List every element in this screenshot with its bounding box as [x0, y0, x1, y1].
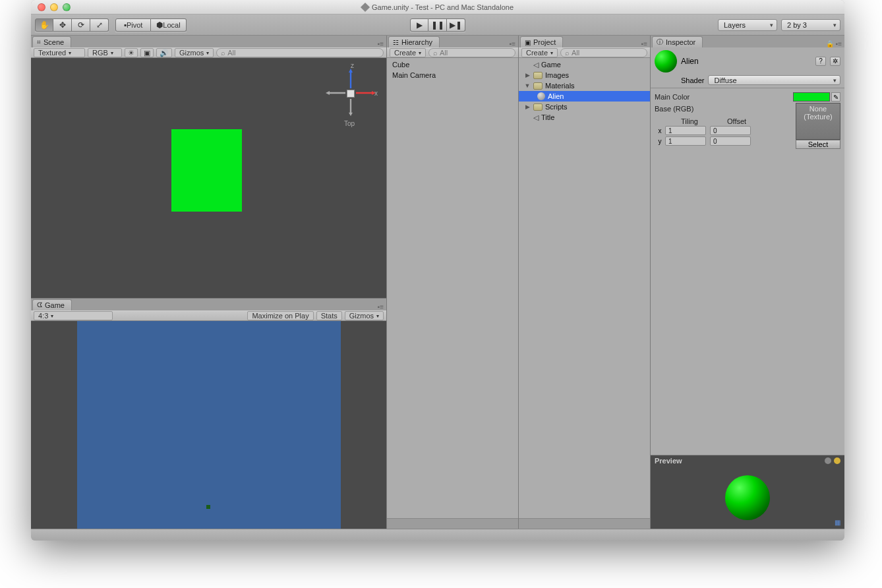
orientation-gizmo[interactable]: z x Top — [324, 63, 377, 129]
material-preview-icon — [655, 50, 677, 73]
scene-shading-dropdown[interactable]: Textured — [34, 48, 85, 57]
play-button[interactable]: ▶ — [410, 18, 428, 32]
scene-panel-menu[interactable]: ▪≡ — [378, 40, 386, 47]
shader-dropdown[interactable]: Diffuse — [708, 75, 840, 85]
rotate-tool-button[interactable]: ⟳ — [72, 18, 90, 32]
project-create-dropdown[interactable]: Create — [521, 48, 558, 57]
gizmo-neg-x-axis[interactable] — [326, 91, 345, 95]
preview-light-toggle[interactable] — [825, 457, 831, 464]
hand-tool-button[interactable]: ✋ — [35, 18, 53, 32]
game-viewport[interactable] — [31, 321, 386, 529]
scene-render-dropdown[interactable]: RGB — [88, 48, 122, 57]
hierarchy-panel: ☷Hierarchy ▪≡ Create All Cube Main Camer… — [387, 36, 519, 529]
project-scrollbar[interactable] — [519, 518, 650, 529]
scene-file-icon — [533, 113, 539, 122]
gizmo-z-axis[interactable] — [349, 69, 353, 88]
project-item-scripts[interactable]: ▶Scripts — [519, 102, 650, 112]
local-toggle-button[interactable]: ⬢ Local — [151, 18, 187, 32]
gizmo-neg-y-axis[interactable] — [349, 99, 353, 116]
hierarchy-search-input[interactable]: All — [428, 48, 515, 57]
scene-viewport[interactable]: z x Top — [31, 58, 386, 298]
scene-panel: ⌗Scene ▪≡ Textured RGB ☀ ▣ 🔊 Gizmos All … — [31, 36, 386, 298]
shader-label: Shader — [681, 76, 704, 84]
project-item-images[interactable]: ▶Images — [519, 70, 650, 80]
hierarchy-item-main-camera[interactable]: Main Camera — [387, 70, 518, 80]
layout-dropdown[interactable]: 2 by 3 — [781, 19, 840, 31]
eyedropper-button[interactable]: ✎ — [831, 92, 840, 102]
preview-label: Preview — [655, 457, 682, 465]
material-name-label: Alien — [681, 57, 811, 66]
pause-button[interactable]: ❚❚ — [428, 18, 447, 32]
hierarchy-create-dropdown[interactable]: Create — [390, 48, 426, 57]
project-panel-menu[interactable]: ▪≡ — [641, 40, 650, 47]
hierarchy-tab[interactable]: ☷Hierarchy — [388, 36, 440, 47]
preview-viewport[interactable]: ▦ — [651, 466, 844, 529]
scene-tab[interactable]: ⌗Scene — [32, 36, 71, 47]
stats-toggle[interactable]: Stats — [316, 311, 342, 320]
project-panel: ▣Project ▪≡ Create All Game ▶Images ▼Mat… — [519, 36, 651, 529]
project-tab[interactable]: ▣Project — [520, 36, 563, 47]
tiling-y-input[interactable] — [665, 136, 706, 146]
material-icon — [537, 92, 545, 100]
move-tool-button[interactable]: ✥ — [53, 18, 72, 32]
project-item-alien[interactable]: Alien — [519, 91, 650, 102]
layers-dropdown[interactable]: Layers — [718, 19, 777, 31]
project-icon: ▣ — [525, 39, 531, 46]
close-window-button[interactable] — [38, 3, 45, 11]
axis-x-label: x — [655, 127, 665, 134]
main-color-swatch[interactable] — [793, 92, 830, 102]
scale-tool-button[interactable]: ⤢ — [90, 18, 109, 32]
game-aspect-dropdown[interactable]: 4:3 — [34, 311, 113, 320]
game-object — [206, 505, 210, 509]
hierarchy-item-cube[interactable]: Cube — [387, 59, 518, 70]
preview-sphere — [725, 475, 770, 520]
tiling-x-input[interactable] — [665, 126, 706, 135]
preview-options-button[interactable]: ▦ — [835, 519, 840, 526]
scene-lighting-toggle[interactable]: ☀ — [125, 48, 138, 57]
scene-gizmos-dropdown[interactable]: Gizmos — [175, 48, 214, 57]
texture-slot[interactable]: None (Texture) — [796, 103, 840, 140]
context-menu-button[interactable]: ✲ — [830, 57, 840, 66]
folder-icon — [533, 72, 543, 79]
gizmo-x-axis[interactable] — [356, 91, 376, 95]
project-item-materials[interactable]: ▼Materials — [519, 80, 650, 91]
hierarchy-scrollbar[interactable] — [387, 518, 518, 529]
step-button[interactable]: ▶❚ — [447, 18, 465, 32]
project-item-game[interactable]: Game — [519, 59, 650, 70]
maximize-on-play-toggle[interactable]: Maximize on Play — [247, 311, 313, 320]
texture-select-button[interactable]: Select — [796, 140, 840, 149]
help-button[interactable]: ? — [815, 57, 826, 66]
pivot-toggle-button[interactable]: ▪ Pivot — [115, 18, 151, 32]
project-search-input[interactable]: All — [560, 48, 647, 57]
project-item-title[interactable]: Title — [519, 112, 650, 123]
game-icon: ᗧ — [37, 301, 42, 309]
scene-object-cube[interactable] — [171, 129, 242, 212]
offset-x-input[interactable] — [710, 126, 751, 135]
game-gizmos-dropdown[interactable]: Gizmos — [345, 311, 384, 320]
scene-audio-toggle[interactable]: 🔊 — [156, 48, 172, 57]
gizmo-center[interactable] — [347, 90, 355, 98]
titlebar: Game.unity - Test - PC and Mac Standalon… — [31, 0, 844, 15]
main-toolbar: ✋ ✥ ⟳ ⤢ ▪ Pivot ⬢ Local ▶ ❚❚ ▶❚ Layers 2… — [31, 15, 844, 36]
game-tab[interactable]: ᗧGame — [32, 299, 72, 310]
inspector-panel-menu[interactable]: 🔒 ▪≡ — [826, 40, 844, 47]
unity-icon — [361, 2, 370, 11]
scene-search-input[interactable]: All — [216, 48, 384, 57]
hierarchy-panel-menu[interactable]: ▪≡ — [510, 40, 518, 47]
game-panel-menu[interactable]: ▪≡ — [378, 303, 386, 310]
scene-skybox-toggle[interactable]: ▣ — [140, 48, 154, 57]
hierarchy-icon: ☷ — [393, 39, 399, 46]
offset-y-input[interactable] — [710, 136, 751, 146]
main-color-label: Main Color — [655, 93, 715, 101]
zoom-window-button[interactable] — [63, 3, 71, 11]
scene-icon: ⌗ — [37, 38, 41, 46]
preview-color-toggle[interactable] — [834, 457, 840, 464]
preview-panel: Preview ▦ — [651, 455, 844, 529]
tiling-header: Tiling — [668, 117, 714, 125]
app-window: Game.unity - Test - PC and Mac Standalon… — [31, 0, 844, 541]
inspector-tab[interactable]: ⓘInspector — [652, 36, 703, 47]
minimize-window-button[interactable] — [50, 3, 58, 11]
folder-icon — [533, 103, 543, 111]
inspector-icon: ⓘ — [657, 38, 663, 47]
game-panel: ᗧGame ▪≡ 4:3 Maximize on Play Stats Gizm… — [31, 298, 386, 529]
